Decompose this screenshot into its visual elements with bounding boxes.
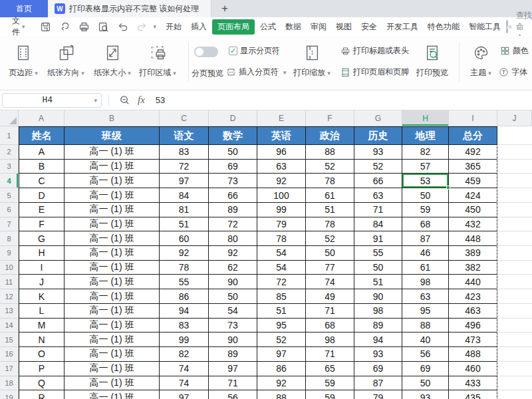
home-tab[interactable]: 首页 — [0, 0, 48, 17]
cell-I11[interactable]: 440 — [449, 275, 497, 289]
page-margins-button[interactable]: 页边距▾ — [4, 41, 43, 84]
row-header-16[interactable]: 16 — [0, 347, 19, 362]
empty-cell[interactable] — [497, 246, 532, 261]
empty-cell[interactable] — [497, 203, 532, 217]
save-button[interactable] — [40, 21, 51, 33]
cell-D16[interactable]: 89 — [209, 347, 257, 362]
row-header-15[interactable]: 15 — [0, 332, 19, 347]
row-header-4[interactable]: 4 — [0, 174, 19, 188]
cell-E7[interactable]: 79 — [257, 217, 306, 232]
menu-item[interactable]: 插入 — [187, 19, 211, 35]
cell-B2[interactable]: 高一 (1) 班 — [65, 145, 160, 160]
empty-cell[interactable] — [497, 304, 532, 319]
print-header-footer-button[interactable]: 打印页眉和页脚 — [340, 66, 409, 78]
cell-A19[interactable]: R — [19, 390, 65, 399]
cell-I13[interactable]: 463 — [449, 304, 497, 319]
row-header-7[interactable]: 7 — [0, 217, 19, 232]
cell-E16[interactable]: 97 — [257, 347, 306, 362]
cell-E10[interactable]: 54 — [257, 261, 306, 275]
cell-G17[interactable]: 69 — [354, 362, 402, 376]
print-titles-button[interactable]: 打印标题或表头 — [340, 45, 409, 57]
row-header-14[interactable]: 14 — [0, 319, 19, 333]
cell-D13[interactable]: 54 — [209, 304, 257, 319]
cell-C13[interactable]: 94 — [160, 304, 209, 319]
cell-I19[interactable]: 435 — [449, 390, 497, 399]
cell-G11[interactable]: 51 — [354, 275, 402, 289]
empty-cell[interactable] — [497, 289, 532, 304]
row-header-6[interactable]: 6 — [0, 203, 19, 217]
cell-B10[interactable]: 高一 (1) 班 — [65, 261, 160, 275]
column-header-E[interactable]: E — [257, 110, 306, 126]
cell-D7[interactable]: 72 — [209, 217, 257, 232]
paper-orientation-button[interactable]: 纸张方向▾ — [44, 41, 88, 84]
cell-E13[interactable]: 51 — [257, 304, 306, 319]
cell-H7[interactable]: 68 — [402, 217, 449, 232]
cell-B4[interactable]: 高一 (1) 班 — [65, 174, 160, 188]
paper-size-button[interactable]: 纸张大小▾ — [90, 41, 134, 84]
empty-cell[interactable] — [497, 231, 532, 246]
formula-search-icon[interactable] — [119, 94, 130, 106]
menu-item[interactable]: 开发工具 — [382, 19, 422, 35]
formula-input[interactable]: 53 — [156, 95, 165, 105]
cell-G3[interactable]: 52 — [354, 160, 402, 174]
cell-H16[interactable]: 56 — [402, 347, 449, 362]
cell-A16[interactable]: O — [19, 347, 65, 362]
cell-A3[interactable]: B — [19, 160, 65, 174]
cell-I6[interactable]: 450 — [449, 203, 497, 217]
cell-E2[interactable]: 96 — [257, 145, 306, 160]
page-preview-toggle[interactable] — [194, 47, 218, 57]
cell-G5[interactable]: 63 — [354, 188, 402, 203]
cell-E5[interactable]: 100 — [257, 188, 306, 203]
cell-B19[interactable]: 高一 (1) 班 — [65, 390, 160, 399]
print-scale-button[interactable]: 打印缩放▾ — [291, 41, 332, 84]
empty-cell[interactable] — [497, 390, 532, 399]
insert-page-break-button[interactable]: 插入分页符▾ — [226, 66, 287, 78]
menu-item[interactable]: 页面布局 — [212, 19, 255, 35]
cell-I3[interactable]: 365 — [449, 160, 497, 174]
row-header-12[interactable]: 12 — [0, 289, 19, 304]
cell-F4[interactable]: 78 — [306, 174, 354, 188]
cell-A2[interactable]: A — [19, 145, 65, 160]
cell-H9[interactable]: 46 — [402, 246, 449, 261]
cell-D9[interactable]: 92 — [209, 246, 257, 261]
cell-E12[interactable]: 85 — [257, 289, 306, 304]
theme-button[interactable]: 主题▾ — [464, 41, 497, 84]
cell-E19[interactable]: 88 — [257, 390, 306, 399]
cell-D2[interactable]: 50 — [209, 145, 257, 160]
font-button[interactable]: 字体▾ — [499, 66, 532, 78]
row-header-17[interactable]: 17 — [0, 362, 19, 376]
menu-item[interactable]: 公式 — [256, 19, 280, 35]
cell-C15[interactable]: 99 — [160, 332, 209, 347]
cell-H12[interactable]: 63 — [402, 289, 449, 304]
toolbar-more-chevron[interactable]: ▾ — [154, 23, 157, 30]
cell-D6[interactable]: 89 — [209, 203, 257, 217]
empty-cell[interactable] — [497, 188, 532, 203]
cell-H6[interactable]: 59 — [402, 203, 449, 217]
cell-B9[interactable]: 高一 (1) 班 — [65, 246, 160, 261]
cell-G16[interactable]: 93 — [354, 347, 402, 362]
cell-G2[interactable]: 93 — [354, 145, 402, 160]
cell-A5[interactable]: D — [19, 188, 65, 203]
cell-F8[interactable]: 52 — [306, 231, 354, 246]
cell-name-box[interactable]: H4 ▾ — [2, 93, 102, 108]
empty-cell[interactable] — [497, 174, 532, 188]
cell-F9[interactable]: 50 — [306, 246, 354, 261]
row-header-5[interactable]: 5 — [0, 188, 19, 203]
cell-A8[interactable]: G — [19, 231, 65, 246]
cell-A6[interactable]: E — [19, 203, 65, 217]
cell-G10[interactable]: 50 — [354, 261, 402, 275]
insert-function-button[interactable]: fx — [138, 94, 145, 106]
export-button[interactable] — [59, 21, 70, 33]
cell-D11[interactable]: 90 — [209, 275, 257, 289]
cell-F13[interactable]: 71 — [306, 304, 354, 319]
cell-E8[interactable]: 78 — [257, 231, 306, 246]
cell-I4[interactable]: 459 — [449, 174, 497, 188]
select-all-corner[interactable] — [0, 110, 19, 126]
cell-H19[interactable]: 93 — [402, 390, 449, 399]
undo-button[interactable] — [117, 21, 128, 33]
cell-F6[interactable]: 51 — [306, 203, 354, 217]
row-header-9[interactable]: 9 — [0, 246, 19, 261]
cell-C9[interactable]: 92 — [160, 246, 209, 261]
cell-G7[interactable]: 84 — [354, 217, 402, 232]
cell-D8[interactable]: 80 — [209, 231, 257, 246]
